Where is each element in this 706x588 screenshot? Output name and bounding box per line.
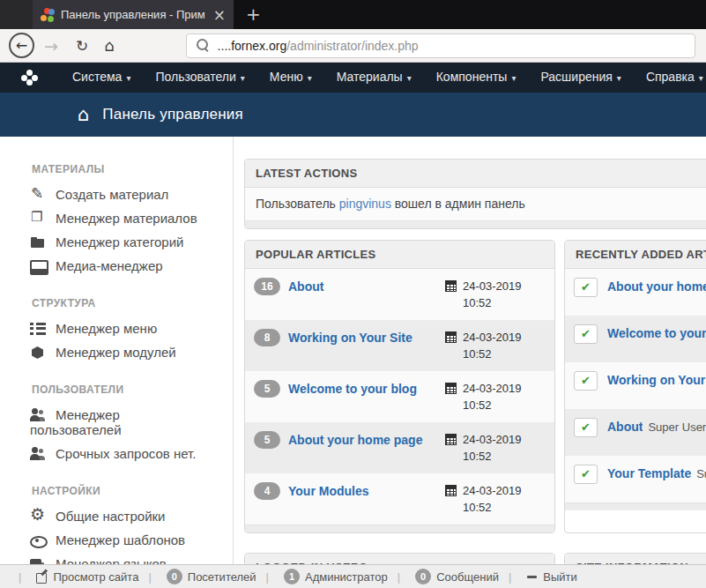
nav-menu-item[interactable]: Компоненты▾ <box>424 62 529 93</box>
article-link[interactable]: About your home page <box>607 278 706 296</box>
url-bar[interactable]: ....fornex.org/administrator/index.php <box>186 33 695 58</box>
article-link[interactable]: Working on Your Site <box>607 371 706 390</box>
browser-tab-bar: Панель управления - Прим × + <box>0 0 706 29</box>
caret-down-icon: ▾ <box>407 73 412 83</box>
nav-menu-item[interactable]: Меню▾ <box>257 62 324 93</box>
calendar-icon <box>445 485 457 496</box>
dashboard-main: LATEST ACTIONS Пользователь pingvinus во… <box>234 137 706 564</box>
sidebar-item[interactable]: Менеджер меню <box>0 316 233 340</box>
new-tab-button[interactable]: + <box>234 0 273 29</box>
sidebar-item[interactable]: Менеджер материалов <box>0 206 233 230</box>
sidebar-item[interactable]: Менеджер пользователей <box>0 403 233 442</box>
date-text: 24-03-2019 <box>463 329 522 346</box>
browser-tab[interactable]: Панель управления - Прим × <box>33 0 234 29</box>
publish-check-button[interactable]: ✔ <box>574 324 598 344</box>
sidebar-item[interactable]: Менеджер языков <box>0 552 233 564</box>
article-link[interactable]: Welcome to your blog <box>288 380 417 398</box>
sidebar-item[interactable]: Медиа-менеджер <box>0 254 233 278</box>
url-path: /administrator/index.php <box>286 39 418 53</box>
article-row: 5 About your home page 24-03-201910:52 <box>245 422 554 473</box>
count-badge: 0 <box>167 569 182 584</box>
check-icon: ✔ <box>581 467 591 480</box>
nav-menu-item[interactable]: Справка▾ <box>634 62 706 93</box>
nav-menu-item[interactable]: Расширения▾ <box>528 62 633 93</box>
joomla-logo-icon <box>21 70 39 86</box>
panel-title: LOGGED-IN USERS <box>245 554 554 564</box>
home-button[interactable]: ⌂ <box>104 36 114 55</box>
preview-icon <box>36 571 48 583</box>
sidebar-section-users: ПОЛЬЗОВАТЕЛИ Менеджер пользователей Сроч… <box>0 383 233 465</box>
status-item[interactable]: Просмотр сайта <box>9 570 138 584</box>
article-row: ✔ Working on Your Site <box>565 362 706 409</box>
reload-button[interactable]: ↻ <box>76 37 88 55</box>
panel-title: LATEST ACTIONS <box>245 160 706 188</box>
nav-item-label: Справка <box>646 70 695 84</box>
url-text: ....fornex.org/administrator/index.php <box>218 39 419 53</box>
calendar-icon <box>445 331 457 343</box>
joomla-favicon <box>41 8 55 22</box>
panel-columns: POPULAR ARTICLES 16 About 24-03-201910:5… <box>244 240 706 533</box>
calendar-icon <box>445 280 457 292</box>
window-corner <box>0 0 33 29</box>
gear-icon <box>30 510 48 524</box>
check-icon: ✔ <box>581 280 591 294</box>
article-row: ✔ About your home page <box>565 269 706 316</box>
sidebar-item-label: Срочных запросов нет. <box>56 446 196 461</box>
publish-check-button[interactable]: ✔ <box>574 418 598 437</box>
nav-menu-item[interactable]: Пользователи▾ <box>143 62 256 93</box>
sidebar-item[interactable]: Менеджер шаблонов <box>0 528 233 552</box>
status-item[interactable]: 0 Сообщений <box>388 569 499 584</box>
sidebar-item-label: Медиа-менеджер <box>56 258 163 273</box>
sidebar-item-label: Менеджер категорий <box>56 234 183 249</box>
time-text: 10:52 <box>463 346 522 362</box>
logout-icon <box>526 571 538 583</box>
article-link[interactable]: Working on Your Site <box>288 329 412 347</box>
article-date: 24-03-201910:52 <box>445 380 546 413</box>
sidebar-item[interactable]: Создать материал <box>0 182 233 206</box>
url-host: ....fornex.org <box>218 39 287 53</box>
sidebar-item-label: Создать материал <box>56 187 168 202</box>
caret-down-icon: ▾ <box>699 73 703 83</box>
status-label: Просмотр сайта <box>53 570 138 584</box>
article-link[interactable]: About <box>288 278 323 296</box>
popular-articles-panel: POPULAR ARTICLES 16 About 24-03-201910:5… <box>244 240 555 533</box>
date-text: 24-03-2019 <box>463 431 522 448</box>
count-badge: 1 <box>284 569 300 584</box>
panel-title: SITE INFORMATION <box>565 554 706 564</box>
publish-check-button[interactable]: ✔ <box>574 278 598 297</box>
article-link[interactable]: About your home page <box>288 431 422 450</box>
eye-icon <box>30 533 48 547</box>
nav-menu-item[interactable]: Материалы▾ <box>324 62 424 93</box>
nav-menu-item[interactable]: Система▾ <box>60 62 143 93</box>
article-date: 24-03-201910:52 <box>445 482 546 516</box>
status-label: Выйти <box>543 570 577 584</box>
publish-check-button[interactable]: ✔ <box>574 465 598 484</box>
sidebar-section-title: НАСТРОЙКИ <box>32 485 233 497</box>
sidebar-section-structure: СТРУКТУРА Менеджер меню Менеджер модулей <box>0 297 233 364</box>
back-button[interactable]: ← <box>9 33 34 58</box>
article-link[interactable]: About <box>607 418 643 436</box>
status-item[interactable]: 1 Администратор <box>256 569 388 584</box>
article-row: ✔ Welcome to your blog <box>565 316 706 362</box>
caret-down-icon: ▾ <box>511 73 516 83</box>
sidebar-item[interactable]: Менеджер модулей <box>0 340 233 364</box>
status-item[interactable]: Выйти <box>499 570 577 584</box>
sidebar-item[interactable]: Срочных запросов нет. <box>0 442 233 465</box>
copy-icon <box>30 212 48 226</box>
article-link[interactable]: Your Modules <box>288 482 369 501</box>
article-link[interactable]: Welcome to your blog <box>607 324 706 343</box>
publish-check-button[interactable]: ✔ <box>574 371 598 391</box>
count-badge: 0 <box>415 569 431 584</box>
panel-footer-strip <box>245 220 706 228</box>
time-text: 10:52 <box>463 499 522 516</box>
status-item[interactable]: 0 Посетителей <box>138 569 256 584</box>
page-title: Панель управления <box>102 106 243 123</box>
caret-down-icon: ▾ <box>617 73 621 83</box>
sidebar-item[interactable]: Общие настройки <box>0 504 233 528</box>
hits-badge: 4 <box>254 482 280 500</box>
tab-close-icon[interactable]: × <box>213 8 226 22</box>
user-link[interactable]: pingvinus <box>339 197 391 211</box>
nav-item-label: Расширения <box>540 70 612 84</box>
sidebar-item[interactable]: Менеджер категорий <box>0 230 233 254</box>
article-link[interactable]: Your Template <box>607 465 691 483</box>
